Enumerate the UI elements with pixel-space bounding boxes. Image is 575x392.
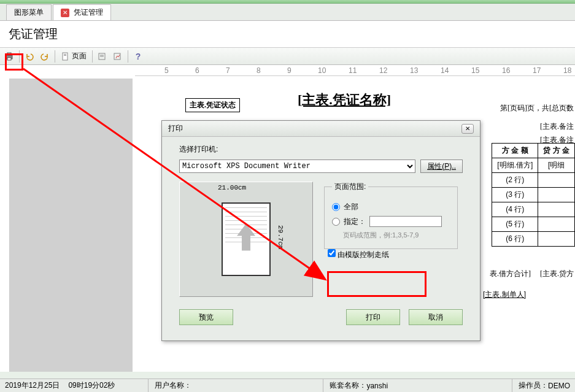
print-confirm-button[interactable]: 打印 [346,309,400,325]
status-operator: 操作员：DEMO [512,379,570,392]
col-credit: 贷 方 金 [538,144,575,158]
debit-total: 表.借方合计] [490,269,531,279]
cell [538,232,575,247]
preview-button[interactable]: 预览 [179,309,233,325]
doc-title: [主表.凭证名称] [298,91,391,109]
radio-specify-label: 指定： [344,217,366,227]
tab-bar: 图形菜单 ✕ 凭证管理 [0,4,575,21]
tab-label: 凭证管理 [74,8,103,17]
ruler-tick: 14 [441,66,449,75]
radio-all-row[interactable]: 全部 [332,202,450,212]
ruler-tick: 6 [195,66,199,75]
ruler-tick: 13 [410,66,418,75]
print-dialog: 打印 ✕ 选择打印机: Microsoft XPS Document Write… [161,120,480,341]
cell [538,188,575,202]
cancel-button[interactable]: 取消 [409,309,463,325]
ruler-tick: 17 [533,66,541,75]
doc-table: 方 金 额贷 方 金 [明细.借方][明细 (2 行) (3 行) (4 行) … [492,143,575,247]
svg-rect-2 [7,58,11,60]
toolbar: 页面 ? [0,48,575,65]
svg-rect-4 [64,54,66,55]
tool-button-2[interactable] [111,50,125,63]
ruler-tick: 8 [257,66,261,75]
cell [538,217,575,232]
paper-preview: 21.00cm 29.7cm [179,182,313,297]
ruler-tick: 12 [379,66,387,75]
page-setup-button[interactable]: 页面 [58,50,89,63]
ruler-tick: 16 [502,66,510,75]
page-range-legend: 页面范围: [332,182,368,192]
svg-rect-1 [7,53,11,55]
left-gutter [10,79,133,372]
template-paper-label: 由模版控制走纸 [338,250,389,259]
horizontal-ruler: 5 6 7 8 9 10 11 12 13 14 15 16 17 18 [135,65,575,76]
radio-specify[interactable] [332,218,340,226]
status-account: 账套名称：yanshi [323,379,388,392]
paper-height-label: 29.7cm [277,225,284,250]
ruler-tick: 11 [349,66,357,75]
radio-all-label: 全部 [344,202,358,212]
cell: (5 行) [492,217,538,232]
ruler-tick: 5 [164,66,169,75]
template-paper-checkbox[interactable] [328,249,336,257]
svg-rect-3 [63,53,68,60]
cell: [明细 [538,158,575,173]
col-debit: 方 金 额 [492,144,538,158]
cell: (3 行) [492,188,538,202]
paper-icon [222,202,271,276]
status-field: 主表.凭证状态 [185,98,240,112]
svg-rect-5 [64,55,66,56]
properties-button[interactable]: 属性(P).. [420,159,463,173]
cell: (4 行) [492,202,538,217]
separator [92,50,93,63]
tool-button-1[interactable] [96,50,109,63]
dialog-titlebar[interactable]: 打印 ✕ [162,121,480,137]
tab-graphic-menu[interactable]: 图形菜单 [6,4,52,20]
ruler-tick: 15 [471,66,479,75]
page-setup-label: 页面 [72,51,87,61]
ruler-tick: 18 [563,66,571,75]
radio-all[interactable] [332,203,340,211]
status-date: 2019年12月25日 [5,380,60,391]
dialog-close-button[interactable]: ✕ [461,124,474,134]
paper-width-label: 21.00cm [218,184,246,191]
credit-total: [主表.贷方 [540,269,574,279]
cell: (6 行) [492,232,538,247]
radio-specify-row[interactable]: 指定： [332,216,450,227]
dialog-title-text: 打印 [168,123,183,134]
cell [538,202,575,217]
help-button[interactable]: ? [131,50,145,63]
page-range-fieldset: 页面范围: 全部 指定： 页码或范围，例:1,3,5-7,9 [324,182,458,249]
page-info: 第[页码]页，共[总页数 [500,103,574,113]
printer-select[interactable]: Microsoft XPS Document Writer [179,159,415,173]
undo-button[interactable] [23,50,36,63]
page-range-input[interactable] [369,216,442,227]
cell: (2 行) [492,173,538,188]
cell [538,173,575,188]
separator [128,50,128,63]
range-hint: 页码或范围，例:1,3,5-7,9 [343,231,450,240]
ruler-tick: 9 [287,66,291,75]
select-printer-label: 选择打印机: [179,144,463,155]
separator [55,50,55,63]
ruler-tick: 10 [318,66,326,75]
redo-button[interactable] [38,50,52,63]
status-user: 用户名称： [148,379,191,392]
tab-voucher-mgmt[interactable]: ✕ 凭证管理 [53,4,111,20]
template-paper-checkbox-row[interactable]: 由模版控制走纸 [328,250,389,259]
status-time: 09时19分02秒 [68,380,115,391]
vertical-ruler [0,79,10,372]
ruler-tick: 7 [226,66,230,75]
status-bar: 2019年12月25日 09时19分02秒 用户名称： 账套名称：yanshi … [0,379,575,392]
orientation-arrow-icon [236,223,257,253]
tab-close-icon[interactable]: ✕ [61,9,69,17]
print-button[interactable] [2,50,16,63]
note-1: [主表.备注 [540,121,574,132]
cell: [明细.借方] [492,158,538,173]
separator [19,50,20,63]
page-title: 凭证管理 [0,21,575,48]
